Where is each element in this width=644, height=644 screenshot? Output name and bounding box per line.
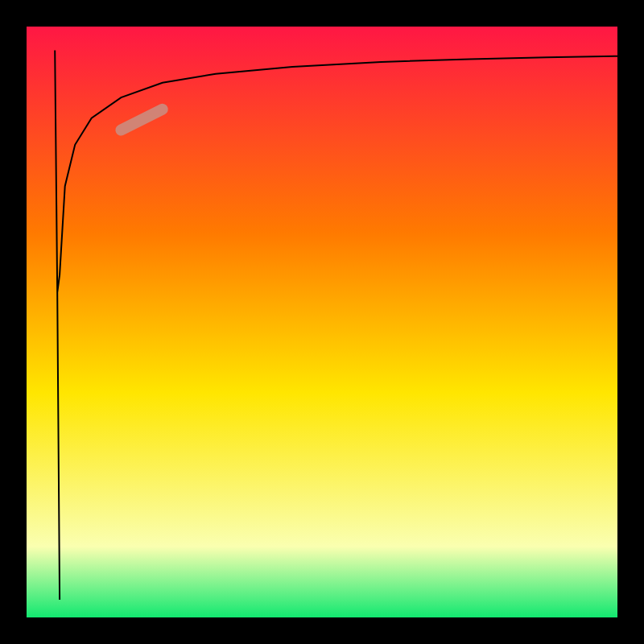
chart-container: TheBottleneck.com — [0, 0, 644, 644]
chart-svg — [0, 0, 644, 644]
plot-area — [27, 27, 617, 617]
